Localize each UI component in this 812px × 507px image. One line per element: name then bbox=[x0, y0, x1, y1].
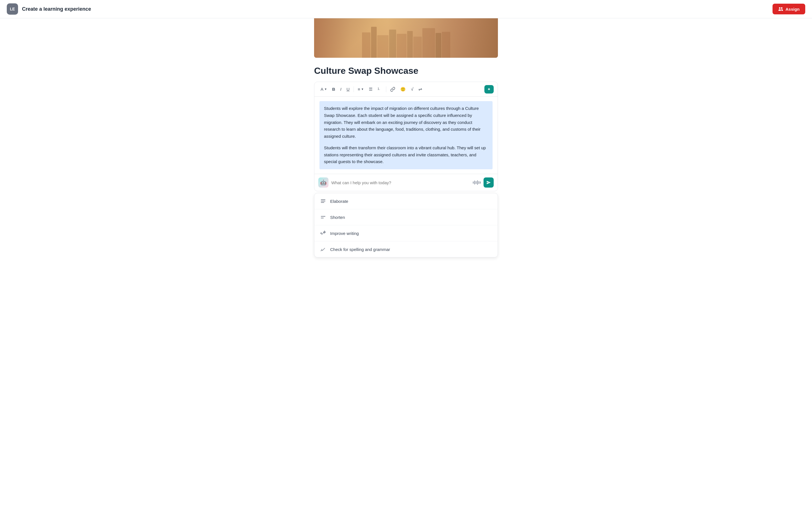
dropdown-item-spelling[interactable]: Check for spelling and grammar bbox=[314, 241, 498, 257]
main-content: Culture Swap Showcase A ▼ B I U ≡ ▼ bbox=[307, 18, 505, 269]
svg-line-6 bbox=[322, 232, 324, 235]
editor-container: A ▼ B I U ≡ ▼ ☰ bbox=[314, 82, 498, 191]
send-button[interactable] bbox=[484, 177, 494, 187]
arrows-label: ⇌ bbox=[418, 87, 422, 92]
spelling-icon bbox=[320, 246, 326, 252]
svg-rect-1 bbox=[321, 200, 325, 200]
selected-text-block: Students will explore the impact of migr… bbox=[319, 101, 493, 169]
editor-paragraph-1: Students will explore the impact of migr… bbox=[324, 105, 488, 140]
editor-toolbar: A ▼ B I U ≡ ▼ ☰ bbox=[314, 82, 498, 97]
math-button[interactable]: √ bbox=[409, 85, 416, 94]
arrows-button[interactable]: ⇌ bbox=[416, 85, 424, 94]
italic-label: I bbox=[340, 87, 342, 92]
chat-avatar: 🤖 bbox=[318, 177, 328, 187]
dropdown-item-elaborate[interactable]: Elaborate bbox=[314, 193, 498, 209]
emoji-label: 🙂 bbox=[400, 87, 406, 92]
improve-label: Improve writing bbox=[330, 231, 359, 236]
waveform-bar-1 bbox=[473, 181, 474, 184]
assign-icon bbox=[778, 6, 783, 11]
italic-button[interactable]: I bbox=[338, 85, 344, 93]
svg-text:1.: 1. bbox=[377, 87, 380, 91]
font-dropdown-arrow: ▼ bbox=[324, 88, 327, 91]
header-left: LE Create a learning experience bbox=[7, 3, 91, 15]
shorten-icon bbox=[320, 214, 326, 220]
math-label: √ bbox=[411, 87, 413, 92]
chat-avatar-emoji: 🤖 bbox=[320, 179, 326, 186]
toolbar-divider-2 bbox=[386, 87, 386, 92]
hero-image bbox=[314, 18, 498, 58]
bold-button[interactable]: B bbox=[330, 85, 338, 93]
header: LE Create a learning experience Assign bbox=[0, 0, 812, 18]
svg-rect-3 bbox=[321, 202, 324, 203]
page-title: Culture Swap Showcase bbox=[314, 66, 498, 76]
font-button[interactable]: A ▼ bbox=[318, 85, 329, 93]
svg-rect-2 bbox=[321, 201, 325, 202]
improve-icon bbox=[320, 230, 326, 236]
dropdown-menu: Elaborate Shorten Improve wri bbox=[314, 193, 498, 258]
send-icon bbox=[486, 180, 491, 185]
dropdown-item-shorten[interactable]: Shorten bbox=[314, 209, 498, 225]
waveform-bar-2 bbox=[474, 180, 475, 184]
header-title: Create a learning experience bbox=[22, 6, 91, 12]
underline-button[interactable]: U bbox=[344, 85, 352, 93]
magic-button[interactable]: ✦ bbox=[485, 85, 494, 94]
waveform-bar-3 bbox=[476, 181, 476, 184]
unordered-list-button[interactable]: ☰ bbox=[366, 85, 375, 94]
elaborate-label: Elaborate bbox=[330, 199, 348, 204]
font-label: A bbox=[320, 87, 323, 92]
spelling-label: Check for spelling and grammar bbox=[330, 247, 390, 252]
chat-input-container: 🤖 bbox=[314, 174, 498, 191]
editor-body[interactable]: Students will explore the impact of migr… bbox=[314, 97, 498, 174]
avatar-le: LE bbox=[7, 3, 18, 15]
unordered-list-label: ☰ bbox=[369, 87, 372, 92]
waveform-bar-4 bbox=[477, 180, 478, 185]
align-button[interactable]: ≡ ▼ bbox=[356, 85, 366, 93]
assign-button-label: Assign bbox=[785, 7, 800, 11]
waveform-bar-6 bbox=[480, 181, 481, 184]
waveform-bar-5 bbox=[478, 181, 479, 184]
align-label: ≡ bbox=[358, 87, 360, 92]
bold-label: B bbox=[332, 87, 335, 92]
chat-input[interactable] bbox=[331, 180, 470, 185]
editor-paragraph-2: Students will then transform their class… bbox=[324, 145, 488, 165]
shorten-label: Shorten bbox=[330, 215, 345, 220]
link-button[interactable] bbox=[388, 85, 398, 94]
ordered-list-button[interactable]: 1. bbox=[375, 85, 384, 94]
ordered-list-label: 1. bbox=[377, 87, 382, 92]
align-dropdown-arrow: ▼ bbox=[361, 88, 364, 91]
hero-buildings bbox=[314, 18, 498, 58]
waveform-icon bbox=[473, 180, 481, 185]
emoji-button[interactable]: 🙂 bbox=[398, 85, 408, 94]
svg-rect-5 bbox=[321, 218, 324, 218]
toolbar-divider-1 bbox=[354, 87, 354, 92]
magic-icon: ✦ bbox=[487, 87, 491, 92]
svg-rect-4 bbox=[321, 216, 325, 217]
link-icon bbox=[390, 87, 395, 92]
assign-button[interactable]: Assign bbox=[772, 4, 805, 14]
elaborate-icon bbox=[320, 198, 326, 204]
underline-label: U bbox=[347, 87, 350, 92]
dropdown-item-improve[interactable]: Improve writing bbox=[314, 225, 498, 241]
